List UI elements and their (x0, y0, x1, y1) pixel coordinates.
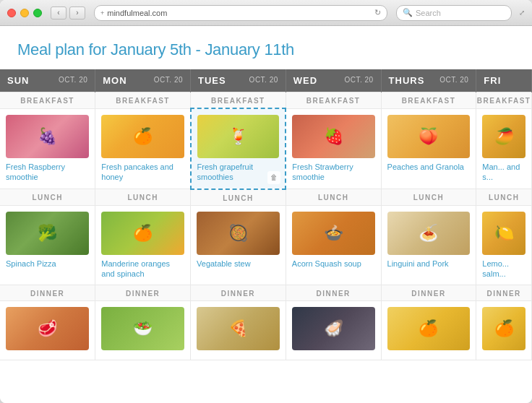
day-header-wed: WED OCT. 20 (286, 69, 381, 92)
meal-cell-lunch-1[interactable]: 🍊Manderine oranges and spinach (95, 205, 191, 285)
meal-name-lunch-5: Lemo... salm... (482, 259, 525, 280)
meal-image-lunch-4: 🍝 (387, 212, 471, 255)
meal-cell-breakfast-4[interactable]: 🍑Peaches and Granola (381, 108, 476, 189)
close-button[interactable] (7, 9, 16, 17)
food-icon: 🍊 (101, 115, 184, 158)
meal-name-lunch-2: Vegatable stew (197, 259, 280, 269)
meal-cell-breakfast-1[interactable]: 🍊Fresh pancakes and honey (95, 108, 191, 189)
minimize-button[interactable] (20, 9, 29, 17)
meal-image-lunch-3: 🍲 (292, 212, 375, 255)
meal-image-lunch-2: 🥘 (197, 212, 280, 255)
food-icon: 🍇 (6, 115, 89, 158)
calendar-table: SUN OCT. 20 MON OCT. 20 TUES OCT. 20 W (0, 69, 532, 360)
meal-cell-dinner-1[interactable]: 🥗 (95, 301, 191, 360)
section-header-lunch: LUNCHLUNCHLUNCHLUNCHLUNCHLUNCH (0, 189, 532, 206)
food-icon: 🍲 (292, 212, 375, 255)
meal-cell-breakfast-3[interactable]: 🍓Fresh Strawberry smoothie (286, 108, 381, 189)
delete-meal-icon[interactable]: 🗑 (267, 171, 280, 184)
food-icon: 🍝 (387, 212, 471, 255)
maximize-button[interactable] (33, 9, 42, 17)
food-icon: 🥩 (6, 307, 89, 350)
meal-cell-lunch-2[interactable]: 🥘Vegatable stew (191, 205, 286, 285)
meal-image-dinner-2: 🍕 (197, 307, 280, 350)
section-label-dinner-col1: DINNER (95, 285, 191, 301)
meal-calendar[interactable]: SUN OCT. 20 MON OCT. 20 TUES OCT. 20 W (0, 69, 532, 403)
browser-window: ‹ › + mindfulmeal.com ↻ 🔍 Search ⤢ Meal … (0, 0, 532, 403)
meal-name-breakfast-0: Fresh Raspberry smoothie (6, 162, 89, 183)
back-button[interactable]: ‹ (51, 6, 66, 20)
page-content: Meal plan for January 5th - January 11th… (0, 26, 532, 403)
meal-cell-dinner-0[interactable]: 🥩 (0, 301, 95, 360)
food-icon: 🍑 (387, 115, 471, 158)
meal-row-dinner: 🥩🥗🍕🦪🍊🍊 (0, 301, 532, 360)
meal-image-breakfast-0: 🍇 (6, 115, 89, 158)
meal-image-dinner-3: 🦪 (292, 307, 375, 350)
meal-image-breakfast-2: 🍹 (197, 115, 280, 158)
page-header: Meal plan for January 5th - January 11th (0, 26, 532, 69)
section-header-breakfast: BREAKFASTBREAKFASTBREAKFASTBREAKFASTBREA… (0, 92, 532, 109)
day-header-fri: FRI (476, 69, 532, 92)
meal-image-dinner-1: 🥗 (101, 307, 184, 350)
section-label-lunch-col3: LUNCH (286, 189, 381, 206)
nav-buttons: ‹ › (51, 6, 85, 20)
search-placeholder: Search (416, 9, 441, 17)
meal-cell-dinner-5[interactable]: 🍊 (476, 301, 532, 360)
meal-cell-breakfast-2[interactable]: 🍹Fresh grapefruit smoothies🗑 (191, 108, 286, 189)
meal-cell-breakfast-0[interactable]: 🍇Fresh Raspberry smoothie (0, 108, 95, 189)
section-label-breakfast-col0: BREAKFAST (0, 92, 95, 109)
meal-row-breakfast: 🍇Fresh Raspberry smoothie🍊Fresh pancakes… (0, 108, 532, 189)
meal-name-lunch-4: Linguini and Pork (387, 259, 471, 269)
food-icon: 🍊 (101, 212, 184, 255)
traffic-lights (7, 9, 42, 17)
food-icon: 🥗 (101, 307, 184, 350)
reload-button[interactable]: ↻ (374, 8, 381, 17)
day-header-row: SUN OCT. 20 MON OCT. 20 TUES OCT. 20 W (0, 69, 532, 92)
food-icon: 🍓 (292, 115, 374, 158)
search-bar[interactable]: 🔍 Search (396, 5, 512, 21)
url-bar[interactable]: + mindfulmeal.com ↻ (94, 5, 387, 21)
meal-cell-lunch-3[interactable]: 🍲Acorn Squash soup (286, 205, 381, 285)
meal-name-breakfast-3: Fresh Strawberry smoothie (292, 162, 374, 183)
lock-icon: + (100, 9, 104, 17)
meal-image-breakfast-4: 🍑 (387, 115, 471, 158)
day-header-sun: SUN OCT. 20 (0, 69, 95, 92)
food-icon: 🦪 (292, 307, 375, 350)
food-icon: 🍕 (197, 307, 280, 350)
meal-cell-lunch-4[interactable]: 🍝Linguini and Pork (381, 205, 476, 285)
titlebar: ‹ › + mindfulmeal.com ↻ 🔍 Search ⤢ (0, 0, 532, 26)
url-text: mindfulmeal.com (107, 9, 372, 17)
meal-cell-lunch-0[interactable]: 🥦Spinach Pizza (0, 205, 95, 285)
meal-image-dinner-4: 🍊 (387, 307, 471, 350)
meal-name-lunch-1: Manderine oranges and spinach (101, 259, 184, 280)
meal-cell-breakfast-5[interactable]: 🥭Man... and s... (476, 108, 532, 189)
expand-button[interactable]: ⤢ (519, 9, 525, 17)
section-label-dinner-col2: DINNER (191, 285, 286, 301)
meal-row-lunch: 🥦Spinach Pizza🍊Manderine oranges and spi… (0, 205, 532, 285)
meal-name-lunch-0: Spinach Pizza (6, 259, 89, 269)
meal-cell-dinner-3[interactable]: 🦪 (286, 301, 381, 360)
day-header-thurs: THURS OCT. 20 (381, 69, 476, 92)
meal-image-lunch-1: 🍊 (101, 212, 184, 255)
section-label-breakfast-col5: BREAKFAST (476, 92, 532, 109)
food-icon: 🍊 (482, 307, 525, 350)
forward-button[interactable]: › (69, 6, 85, 20)
section-label-dinner-col0: DINNER (0, 285, 95, 301)
food-icon: 🍋 (482, 212, 525, 255)
meal-image-breakfast-5: 🥭 (482, 115, 525, 158)
meal-cell-dinner-4[interactable]: 🍊 (381, 301, 476, 360)
meal-image-dinner-0: 🥩 (6, 307, 89, 350)
meal-image-breakfast-1: 🍊 (101, 115, 184, 158)
meal-image-lunch-5: 🍋 (482, 212, 525, 255)
section-label-dinner-col5: DINNER (476, 285, 532, 301)
section-label-lunch-col0: LUNCH (0, 189, 95, 206)
section-header-dinner: DINNERDINNERDINNERDINNERDINNERDINNER (0, 285, 532, 301)
section-label-lunch-col1: LUNCH (95, 189, 191, 206)
section-label-dinner-col3: DINNER (286, 285, 381, 301)
meal-cell-dinner-2[interactable]: 🍕 (191, 301, 286, 360)
meal-cell-lunch-5[interactable]: 🍋Lemo... salm... (476, 205, 532, 285)
food-icon: 🍹 (197, 115, 280, 158)
meal-name-lunch-3: Acorn Squash soup (292, 259, 375, 269)
section-label-lunch-col5: LUNCH (476, 189, 532, 206)
section-label-breakfast-col4: BREAKFAST (381, 92, 476, 109)
section-label-breakfast-col1: BREAKFAST (95, 92, 191, 109)
